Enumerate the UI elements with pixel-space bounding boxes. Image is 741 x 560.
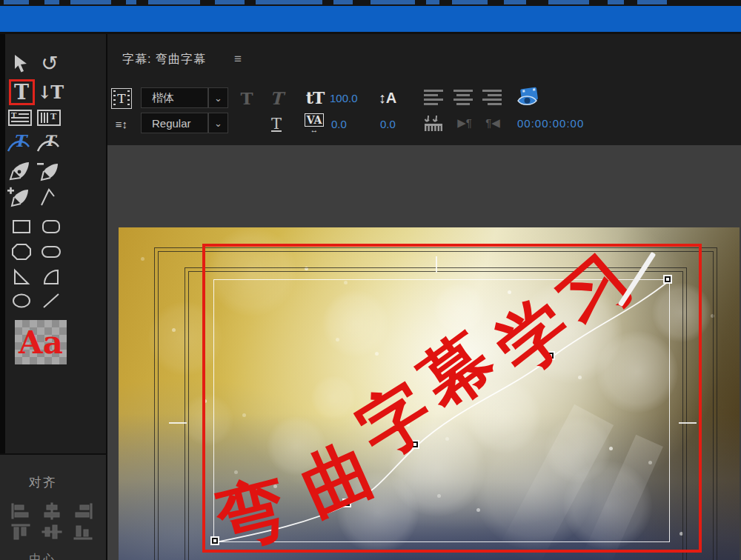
svg-text:T: T [50, 112, 57, 121]
align-hcenter-icon [41, 502, 62, 520]
delete-anchor-point-tool[interactable] [36, 159, 61, 183]
vertical-area-type-tool[interactable]: T [36, 106, 62, 130]
align-vcenter-button[interactable] [40, 522, 64, 541]
titlebar-fragment [370, 0, 415, 4]
align-left-icon [10, 502, 31, 520]
titlebar-fragment [452, 0, 488, 4]
font-size-value[interactable]: 100.0 [330, 92, 358, 104]
path-type-tool[interactable]: T [6, 132, 31, 156]
font-style-select[interactable]: Regular [141, 113, 208, 133]
align-top-button[interactable] [9, 522, 33, 541]
font-family-chevron-icon[interactable]: ⌄ [208, 87, 228, 108]
align-bottom-icon [73, 523, 93, 541]
align-text-left-button[interactable] [424, 90, 443, 105]
style-swatch-label: Aa [19, 324, 63, 361]
font-family-value: 楷体 [152, 91, 174, 105]
font-family-select[interactable]: 楷体 [141, 87, 208, 108]
show-video-button[interactable] [516, 87, 539, 107]
center-panel-title: 中心 [11, 552, 74, 560]
titlebar-fragment [44, 0, 59, 4]
align-hcenter-button[interactable] [40, 501, 64, 521]
titlebar-fragment [608, 0, 624, 4]
align-top-icon [10, 523, 31, 541]
align-text-center-button[interactable] [453, 90, 473, 105]
align-text-right-icon [482, 90, 502, 105]
titlebar-fragment [215, 0, 245, 4]
align-right-button[interactable] [71, 501, 95, 521]
italic-button[interactable]: T [267, 88, 286, 107]
delete-anchor-icon [36, 160, 60, 182]
kerning-icon: VA ↔ [301, 113, 328, 133]
align-right-icon [73, 502, 93, 520]
align-vcenter-icon [41, 523, 62, 541]
align-text-center-icon [453, 90, 473, 105]
title-style-swatch[interactable]: Aa [15, 320, 67, 364]
bold-button[interactable]: T [237, 88, 256, 107]
font-size-icon: tT [302, 87, 328, 108]
rounded-rectangle-icon [41, 218, 62, 236]
rounded-corner-rectangle-tool[interactable] [39, 240, 64, 264]
align-left-button[interactable] [9, 501, 33, 521]
vertical-type-icon: ↓T [37, 81, 62, 103]
selection-tool[interactable] [8, 52, 33, 76]
line-icon [41, 292, 62, 310]
show-video-eye-icon [516, 87, 539, 107]
rounded-rectangle-tool[interactable] [39, 215, 64, 239]
type-tool-highlight-box [9, 79, 35, 105]
insert-paragraph-back-icon[interactable]: ¶◀ [482, 115, 503, 131]
vertical-path-type-tool[interactable]: T [36, 132, 61, 156]
octagon-icon [10, 242, 33, 261]
titlebar-fragment [504, 0, 526, 4]
pen-icon [9, 160, 31, 182]
svg-text:T: T [44, 132, 58, 150]
title-canvas[interactable]: 弯曲字幕学习 [107, 145, 741, 560]
window-title-band [0, 6, 741, 32]
align-text-left-icon [424, 90, 443, 105]
kerning-arrow: ↔ [310, 127, 319, 133]
roll-crawl-options-icon[interactable]: ≡↕ [111, 114, 132, 133]
pen-tool[interactable] [7, 159, 33, 183]
wedge-tool[interactable] [9, 265, 34, 289]
add-anchor-point-tool[interactable] [6, 185, 31, 209]
leading-icon-label: ↕A [379, 90, 396, 107]
rotation-tool[interactable]: ↺ [37, 52, 62, 76]
font-style-value: Regular [152, 117, 191, 130]
ellipse-icon [11, 292, 32, 310]
wedge-icon [11, 267, 32, 287]
film-t-label: T [117, 91, 125, 106]
pill-icon [40, 242, 62, 261]
vertical-type-tool[interactable]: ↓T [37, 80, 62, 104]
align-bottom-button[interactable] [71, 522, 95, 541]
align-text-right-button[interactable] [482, 90, 502, 105]
panel-title: 字幕: 弯曲字幕 [122, 52, 206, 67]
area-type-icon: T [8, 109, 32, 127]
tab-stops-button[interactable] [424, 113, 448, 133]
panel-menu-icon[interactable]: ≡ [234, 52, 242, 67]
clipped-corner-rectangle-tool[interactable] [9, 240, 34, 264]
area-type-tool[interactable]: T [7, 106, 33, 130]
align-panel-title: 对齐 [11, 474, 74, 491]
timecode-display[interactable]: 00:00:00:00 [517, 117, 584, 130]
leading-value[interactable]: 0.0 [380, 118, 396, 130]
new-title-based-on-current-icon[interactable]: T [111, 88, 132, 109]
rectangle-tool[interactable] [9, 215, 34, 239]
italic-label: T [270, 88, 282, 108]
vertical-path-type-icon: T [36, 132, 61, 156]
paragraph-back-glyph: ¶◀ [485, 116, 500, 130]
vertical-area-type-icon: T [37, 109, 61, 127]
arc-tool[interactable] [39, 265, 64, 289]
kerning-value[interactable]: 0.0 [331, 118, 347, 130]
underline-button[interactable]: T [267, 114, 286, 133]
font-style-chevron-icon[interactable]: ⌄ [208, 113, 228, 133]
titlebar-fragment [70, 0, 111, 4]
line-tool[interactable] [39, 289, 64, 313]
selection-rectangle[interactable] [202, 244, 702, 553]
size-icon-label: tT [306, 88, 325, 107]
convert-anchor-point-tool[interactable] [36, 185, 61, 209]
svg-text:T: T [13, 132, 29, 150]
add-anchor-icon [7, 186, 30, 208]
leading-icon: ↕A [374, 87, 401, 108]
insert-paragraph-forward-icon[interactable]: ▶¶ [454, 115, 475, 131]
ellipse-tool[interactable] [9, 289, 34, 313]
chevron-down-icon: ⌄ [214, 93, 222, 104]
